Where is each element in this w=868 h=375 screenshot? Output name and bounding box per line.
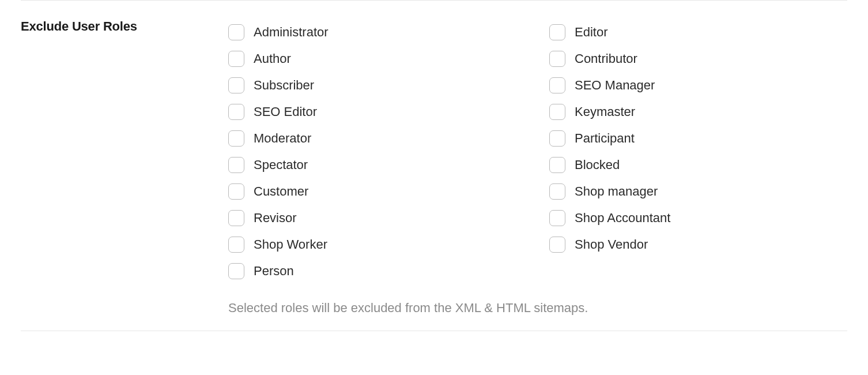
- role-item-shop-worker[interactable]: Shop Worker: [228, 231, 526, 258]
- checkbox-blocked[interactable]: [549, 157, 565, 173]
- role-label: Spectator: [254, 158, 308, 172]
- checkbox-customer[interactable]: [228, 183, 244, 200]
- section-title: Exclude User Roles: [21, 19, 228, 34]
- role-label: Shop Worker: [254, 237, 327, 252]
- checkbox-person[interactable]: [228, 263, 244, 279]
- role-item-contributor[interactable]: Contributor: [549, 46, 847, 72]
- role-item-shop-accountant[interactable]: Shop Accountant: [549, 205, 847, 231]
- checkbox-subscriber[interactable]: [228, 77, 244, 93]
- checkbox-administrator[interactable]: [228, 24, 244, 40]
- role-item-spectator[interactable]: Spectator: [228, 152, 526, 178]
- checkbox-seo-manager[interactable]: [549, 77, 565, 93]
- role-item-blocked[interactable]: Blocked: [549, 152, 847, 178]
- role-item-administrator[interactable]: Administrator: [228, 19, 526, 46]
- checkbox-shop-vendor[interactable]: [549, 237, 565, 253]
- role-label: Participant: [575, 131, 635, 146]
- role-item-keymaster[interactable]: Keymaster: [549, 99, 847, 125]
- checkbox-seo-editor[interactable]: [228, 104, 244, 120]
- role-item-seo-editor[interactable]: SEO Editor: [228, 99, 526, 125]
- checkbox-keymaster[interactable]: [549, 104, 565, 120]
- role-label: Revisor: [254, 211, 297, 226]
- role-label: Shop Vendor: [575, 237, 648, 252]
- role-item-customer[interactable]: Customer: [228, 178, 526, 205]
- checkbox-shop-manager[interactable]: [549, 183, 565, 200]
- checkbox-editor[interactable]: [549, 24, 565, 40]
- role-item-editor[interactable]: Editor: [549, 19, 847, 46]
- checkbox-shop-worker[interactable]: [228, 237, 244, 253]
- content-column: Administrator Author Subscriber SEO Edit…: [228, 19, 847, 316]
- checkbox-contributor[interactable]: [549, 51, 565, 67]
- role-label: Editor: [575, 25, 607, 40]
- role-label: Blocked: [575, 158, 620, 172]
- role-label: SEO Editor: [254, 104, 317, 119]
- checkbox-participant[interactable]: [549, 130, 565, 147]
- label-column: Exclude User Roles: [21, 19, 228, 34]
- role-label: Keymaster: [575, 104, 635, 119]
- role-label: Person: [254, 264, 294, 279]
- divider-bottom: [21, 331, 847, 331]
- role-item-seo-manager[interactable]: SEO Manager: [549, 72, 847, 99]
- checkbox-shop-accountant[interactable]: [549, 210, 565, 226]
- role-item-subscriber[interactable]: Subscriber: [228, 72, 526, 99]
- roles-column-1: Administrator Author Subscriber SEO Edit…: [228, 19, 526, 284]
- helper-text: Selected roles will be excluded from the…: [228, 301, 847, 316]
- role-label: Shop Accountant: [575, 211, 670, 226]
- checkbox-spectator[interactable]: [228, 157, 244, 173]
- role-label: Author: [254, 51, 291, 66]
- role-item-participant[interactable]: Participant: [549, 125, 847, 152]
- role-label: Shop manager: [575, 184, 658, 199]
- checkbox-moderator[interactable]: [228, 130, 244, 147]
- checkbox-revisor[interactable]: [228, 210, 244, 226]
- role-item-moderator[interactable]: Moderator: [228, 125, 526, 152]
- role-label: Administrator: [254, 25, 329, 40]
- roles-grid: Administrator Author Subscriber SEO Edit…: [228, 19, 847, 284]
- role-item-author[interactable]: Author: [228, 46, 526, 72]
- exclude-user-roles-row: Exclude User Roles Administrator Author …: [21, 1, 847, 331]
- role-item-shop-manager[interactable]: Shop manager: [549, 178, 847, 205]
- role-item-revisor[interactable]: Revisor: [228, 205, 526, 231]
- role-label: Subscriber: [254, 78, 314, 93]
- role-label: Moderator: [254, 131, 311, 146]
- roles-column-2: Editor Contributor SEO Manager Keymaster…: [549, 19, 847, 284]
- role-label: Customer: [254, 184, 308, 199]
- role-item-shop-vendor[interactable]: Shop Vendor: [549, 231, 847, 258]
- checkbox-author[interactable]: [228, 51, 244, 67]
- role-label: SEO Manager: [575, 78, 655, 93]
- role-item-person[interactable]: Person: [228, 258, 526, 284]
- role-label: Contributor: [575, 51, 637, 66]
